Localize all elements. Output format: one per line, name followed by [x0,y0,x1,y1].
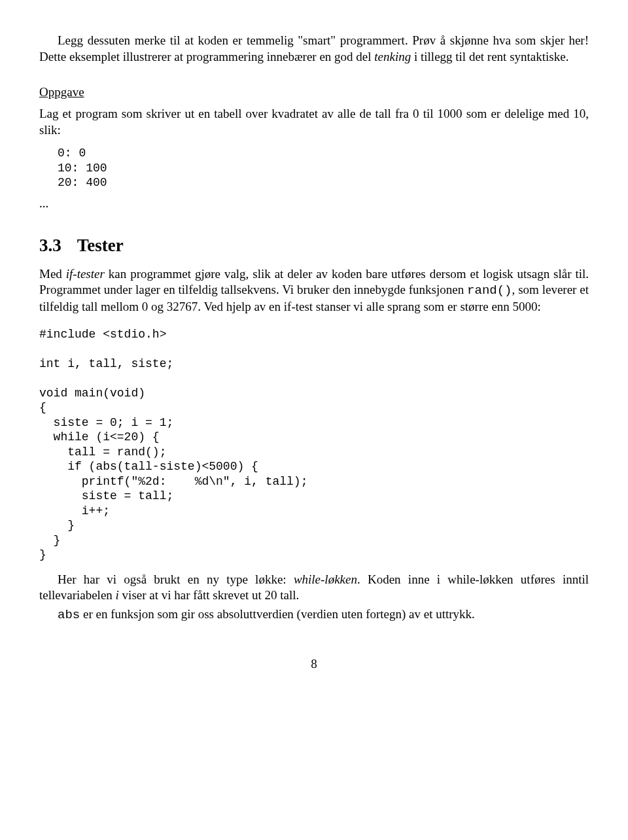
oppgave-paragraph: Lag et program som skriver ut en tabell … [39,106,589,138]
inline-code-abs: abs [58,608,80,622]
text: Her har vi også brukt en ny type løkke: [58,572,294,586]
heading-oppgave: Oppgave [39,84,589,101]
code-block-tester: #include <stdio.h> int i, tall, siste; v… [39,327,589,563]
inline-code: rand() [467,283,512,298]
emphasis-while: while-løkken [294,572,357,586]
section-heading: 3.3Tester [39,234,589,257]
code-block-oppgave: 0: 0 10: 100 20: 400 [58,146,589,190]
text: Med [39,267,66,281]
text: viser at vi har fått skrevet ut 20 tall. [119,588,299,602]
text: er en funksjon som gir oss absoluttverdi… [80,607,475,621]
while-paragraph: Her har vi også brukt en ny type løkke: … [39,572,589,604]
emphasis: tenking [374,50,411,63]
section-number: 3.3 [39,236,61,255]
tester-paragraph: Med if-tester kan programmet gjøre valg,… [39,266,589,315]
emphasis: if-tester [66,267,105,281]
section-title: Tester [77,236,124,255]
intro-paragraph: Legg dessuten merke til at koden er temm… [39,33,589,65]
page-number: 8 [39,656,589,673]
ellipsis: ... [39,196,589,212]
abs-paragraph: abs er en funksjon som gir oss absoluttv… [39,606,589,623]
text: i tillegg til det rent syntaktiske. [411,50,568,63]
